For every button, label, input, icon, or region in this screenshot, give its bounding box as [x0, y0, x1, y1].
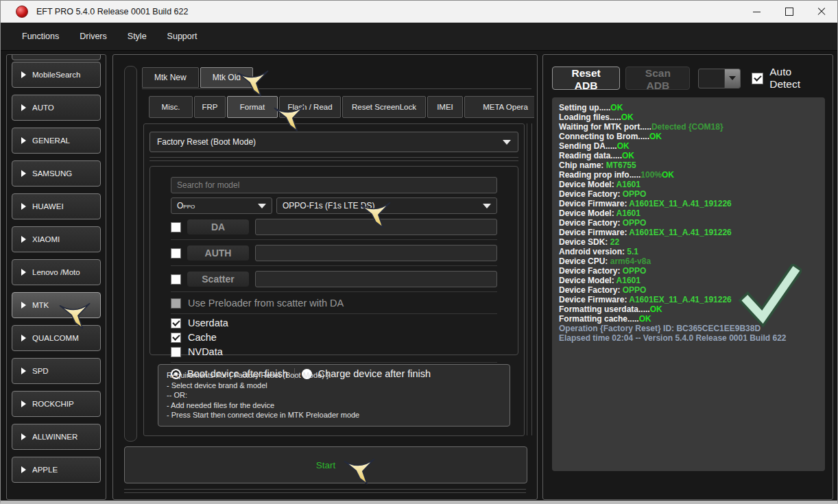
sidebar-item-spd[interactable]: SPD — [12, 358, 101, 384]
model-select[interactable]: OPPO-F1s (F1s LTE DS) — [276, 197, 497, 214]
port-select[interactable] — [698, 69, 741, 88]
tab-imei[interactable]: IMEI — [427, 96, 463, 118]
sidebar-item-rockchip[interactable]: ROCKCHIP — [12, 391, 101, 417]
da-checkbox[interactable] — [171, 222, 181, 232]
sidebar-item-label: ROCKCHIP — [32, 400, 74, 408]
triangle-right-icon — [21, 368, 26, 374]
brand-model-row: Oppo OPPO-F1s (F1s LTE DS) — [171, 197, 497, 214]
log-segment: MT6755 — [606, 160, 636, 170]
log-line: Device Model: A1601 — [559, 208, 825, 218]
sidebar-partial-button[interactable] — [12, 54, 101, 60]
da-label: DA — [187, 219, 249, 235]
sidebar-item-lenovo-moto[interactable]: Lenovo /Moto — [12, 259, 101, 285]
tab-mtk-old[interactable]: Mtk Old — [200, 67, 253, 88]
sidebar-item-label: SAMSUNG — [32, 169, 72, 178]
log-segment: A1601EX_11_A.41_191226 — [629, 295, 731, 304]
close-icon[interactable] — [805, 1, 837, 23]
search-model-input[interactable]: Search for model — [171, 177, 497, 193]
triangle-right-icon — [21, 203, 26, 210]
sidebar: MobileSearchAUTOGENERALSAMSUNGHUAWEIXIAO… — [6, 54, 106, 500]
log-segment: OPPO — [623, 189, 647, 199]
tab-mtk-new[interactable]: Mtk New — [142, 67, 199, 88]
auth-checkbox[interactable] — [171, 248, 181, 259]
sidebar-item-apple[interactable]: APPLE — [12, 457, 101, 483]
scatter-label: Scatter — [187, 272, 249, 287]
auth-path-input[interactable] — [255, 245, 497, 261]
chevron-down-icon — [483, 204, 491, 208]
tab-flash-read[interactable]: Flash / Read — [279, 96, 341, 118]
log-line: Device SDK: 22 — [559, 237, 825, 247]
tab-misc[interactable]: Misc. — [149, 96, 193, 118]
triangle-right-icon — [21, 104, 26, 111]
partition-row-cache: Cache — [171, 332, 497, 343]
scatter-checkbox[interactable] — [171, 274, 181, 285]
sidebar-item-allwinner[interactable]: ALLWINNER — [12, 424, 101, 450]
start-button[interactable]: Start — [124, 446, 527, 483]
requirements-line: - Press Start then connect device in MTK… — [167, 410, 501, 420]
menu-item-support[interactable]: Support — [157, 27, 208, 46]
sidebar-item-qualcomm[interactable]: QUALCOMM — [12, 325, 101, 351]
sidebar-item-mobilesearch[interactable]: MobileSearch — [12, 62, 101, 88]
vertical-scrollbar[interactable] — [124, 66, 137, 442]
reset-adb-button[interactable]: Reset ADB — [552, 67, 620, 90]
operation-select[interactable]: Factory Reset (Boot Mode) — [149, 132, 518, 152]
requirements-line: - Add needed files for the device — [167, 400, 501, 411]
log-line: Device Firmware: A1601EX_11_A.41_191226 — [559, 228, 825, 237]
log-segment: OK — [650, 304, 662, 314]
menu-item-style[interactable]: Style — [117, 27, 157, 46]
app-icon — [16, 5, 28, 18]
auto-detect-checkbox[interactable] — [752, 73, 763, 84]
log-segment: OK — [662, 170, 674, 180]
file-row-scatter: Scatter — [171, 271, 497, 292]
tab-meta-opera[interactable]: META Opera — [464, 96, 534, 118]
log-line: Elapsed time 02:04 -- Version 5.4.0 Rele… — [559, 333, 825, 343]
log-line: Device Factory: OPPO — [559, 189, 825, 199]
log-segment: Waiting for MTK port..... — [559, 122, 651, 132]
log-line: Sending DA.....OK — [559, 141, 825, 151]
sidebar-item-mtk[interactable]: MTK — [12, 292, 101, 318]
log-line: Formatting userdata.....OK — [559, 304, 825, 314]
log-segment: Formatting cache..... — [559, 314, 639, 324]
userdata-checkbox[interactable] — [171, 318, 181, 328]
log-segment: Setting up..... — [559, 103, 610, 112]
log-segment: A1601EX_11_A.41_191226 — [629, 228, 731, 237]
tab-reset-screenlock[interactable]: Reset ScreenLock — [342, 96, 426, 118]
log-segment: Device Firmware: — [559, 199, 629, 208]
menu-item-drivers[interactable]: Drivers — [69, 27, 117, 46]
log-output[interactable]: Setting up.....OKLoading files.....OKWai… — [552, 97, 825, 471]
scatter-path-input[interactable] — [255, 271, 497, 287]
brand-select[interactable]: Oppo — [171, 197, 272, 214]
sidebar-item-label: Lenovo /Moto — [32, 268, 80, 276]
log-line: Device Factory: OPPO — [559, 266, 825, 276]
sidebar-item-label: HUAWEI — [32, 202, 64, 211]
sidebar-item-xiaomi[interactable]: XIAOMI — [12, 226, 101, 252]
cache-checkbox[interactable] — [171, 333, 181, 343]
tab-frp[interactable]: FRP — [194, 96, 226, 118]
chevron-down-icon — [258, 204, 266, 208]
search-placeholder: Search for model — [177, 180, 239, 190]
auth-label: AUTH — [187, 245, 249, 261]
sidebar-item-huawei[interactable]: HUAWEI — [12, 193, 101, 219]
operation-select-value: Factory Reset (Boot Mode) — [157, 137, 256, 147]
nvdata-checkbox[interactable] — [171, 347, 181, 357]
log-segment: OK — [610, 103, 623, 112]
scan-adb-button[interactable]: Scan ADB — [625, 67, 690, 90]
menu-item-functions[interactable]: Functions — [12, 27, 69, 46]
sidebar-item-auto[interactable]: AUTO — [12, 95, 101, 121]
tab-format[interactable]: Format — [227, 96, 278, 118]
log-segment: Sending DA..... — [559, 141, 617, 151]
maximize-icon[interactable] — [773, 1, 805, 23]
sidebar-item-samsung[interactable]: SAMSUNG — [12, 160, 101, 187]
dropdown-button[interactable] — [724, 69, 740, 88]
main-panel: Mtk NewMtk Old Misc.FRPFormatFlash / Rea… — [112, 54, 538, 500]
use-preloader-checkbox[interactable] — [171, 298, 181, 309]
log-segment: Device Factory: — [559, 285, 623, 295]
minimize-icon[interactable] — [741, 1, 773, 23]
log-segment: Device Firmware: — [559, 295, 629, 304]
radio-label: Charge device after finish — [318, 368, 431, 379]
sidebar-item-general[interactable]: GENERAL — [12, 128, 101, 154]
log-segment: Device Model: — [559, 208, 616, 218]
da-path-input[interactable] — [255, 219, 497, 235]
log-line: Reading prop info.....100%OK — [559, 170, 825, 180]
right-scroll-track — [527, 123, 532, 435]
